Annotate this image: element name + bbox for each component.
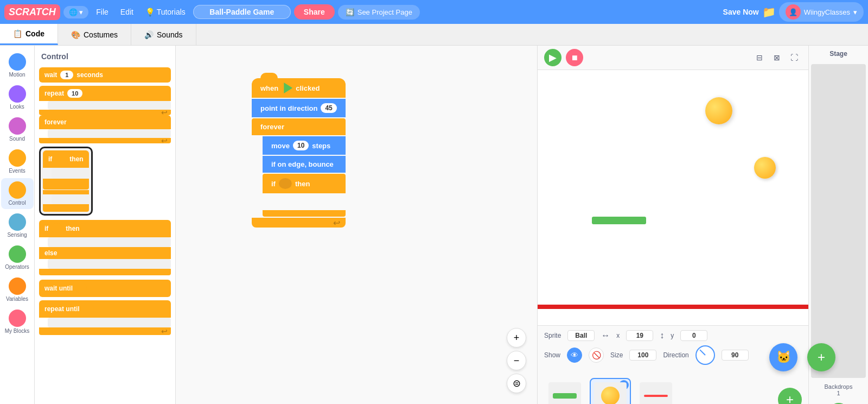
scratch-logo[interactable]: SCRATCH bbox=[4, 4, 60, 20]
repeat-until-slot bbox=[83, 304, 94, 314]
stage-canvas bbox=[538, 70, 808, 325]
sidebar-item-sound[interactable]: Sound bbox=[1, 114, 34, 145]
add-sprite-button[interactable]: + bbox=[778, 388, 802, 404]
stage-resize-buttons: ⊟ ⊠ ⛶ bbox=[752, 50, 802, 65]
if-inner bbox=[271, 193, 346, 210]
share-button[interactable]: Share bbox=[294, 4, 335, 20]
forever-slot bbox=[48, 129, 171, 138]
sprite-thumb-ball[interactable]: ✕ Ball bbox=[590, 378, 631, 404]
top-navigation: SCRATCH 🌐 ▾ File Edit 💡 Tutorials Share … bbox=[0, 0, 868, 24]
green-flag-icon bbox=[282, 83, 292, 93]
repeat-block-container: repeat 10 ↩ bbox=[39, 86, 171, 115]
folder-button[interactable]: 📁 bbox=[762, 5, 776, 18]
forever-end: ↩ bbox=[39, 138, 171, 143]
show-visible-button[interactable]: 👁 bbox=[567, 348, 582, 363]
sidebar-item-events[interactable]: Events bbox=[1, 146, 34, 177]
ball-thumb bbox=[601, 387, 620, 404]
zoom-reset-button[interactable]: ⊜ bbox=[507, 374, 526, 393]
sensing-circle bbox=[9, 213, 26, 231]
sound-circle bbox=[9, 117, 26, 135]
small-stage-button[interactable]: ⊟ bbox=[752, 50, 767, 65]
motion-circle bbox=[9, 53, 26, 71]
direction-control[interactable] bbox=[695, 345, 715, 365]
sub-tabs: 📋 Code 🎨 Costumes 🔊 Sounds bbox=[0, 24, 868, 46]
x-arrow-icon: ↔ bbox=[601, 331, 610, 340]
wait-block[interactable]: wait 1 seconds bbox=[39, 67, 171, 83]
stage-thumbnail[interactable] bbox=[811, 64, 866, 378]
ball-sprite-stage-top bbox=[705, 97, 732, 124]
if-then-script: if then bbox=[263, 174, 346, 217]
sidebar-item-looks[interactable]: Looks bbox=[1, 82, 34, 113]
sprite-info-row: Sprite Ball ↔ x 19 ↕ y 0 bbox=[544, 330, 802, 341]
project-name-input[interactable] bbox=[193, 5, 291, 19]
stage-area: ▶ ⏹ ⊟ ⊠ ⛶ bbox=[537, 46, 808, 404]
script-area[interactable]: when clicked point in direction 45 forev… bbox=[176, 46, 537, 404]
sound-icon-tab: 🔊 bbox=[144, 30, 154, 39]
condition-slot-else bbox=[52, 223, 62, 234]
sidebar-item-motion[interactable]: Motion bbox=[1, 50, 34, 81]
sidebar-item-sensing[interactable]: Sensing bbox=[1, 210, 34, 241]
add-extension-button[interactable]: + bbox=[807, 343, 835, 371]
forever-block[interactable]: forever bbox=[39, 115, 171, 129]
sidebar-item-myblocks[interactable]: My Blocks bbox=[1, 306, 34, 337]
blocks-panel-header: Control bbox=[39, 50, 171, 63]
if-else-block[interactable]: if then bbox=[39, 220, 171, 237]
paddle-sprite-stage bbox=[592, 217, 646, 224]
sprite-thumb-line[interactable]: Line bbox=[635, 378, 676, 404]
fullscreen-button[interactable]: ⛶ bbox=[787, 50, 802, 65]
tab-sounds[interactable]: 🔊 Sounds bbox=[131, 24, 196, 45]
sidebar-item-control[interactable]: Control bbox=[1, 178, 34, 209]
repeat-until-block[interactable]: repeat until bbox=[39, 300, 171, 318]
if-then-arm2 bbox=[43, 190, 89, 194]
category-sidebar: Motion Looks Sound Events Control Sensin… bbox=[0, 46, 35, 404]
if-then-end bbox=[43, 179, 89, 190]
tab-code[interactable]: 📋 Code bbox=[0, 24, 58, 45]
line-thumb bbox=[644, 395, 668, 397]
green-flag-stage-button[interactable]: ▶ bbox=[544, 49, 561, 66]
wait-until-slot bbox=[76, 283, 87, 294]
point-direction-block[interactable]: point in direction 45 bbox=[252, 99, 346, 117]
language-button[interactable]: 🌐 ▾ bbox=[63, 6, 89, 18]
bounce-block[interactable]: if on edge, bounce bbox=[263, 156, 346, 173]
stop-button[interactable]: ⏹ bbox=[566, 49, 583, 66]
tab-costumes[interactable]: 🎨 Costumes bbox=[58, 24, 131, 45]
else-label: else bbox=[39, 247, 171, 259]
if-else-end bbox=[39, 269, 171, 275]
chat-button[interactable]: 🐱 bbox=[769, 343, 797, 371]
repeat-until-container: repeat until ↩ bbox=[39, 300, 171, 335]
move-block[interactable]: move 10 steps bbox=[263, 136, 346, 155]
if-then-highlighted: if then bbox=[39, 147, 93, 216]
if-then-block[interactable]: if then bbox=[43, 150, 89, 168]
repeat-until-inner bbox=[48, 318, 171, 327]
operators-circle bbox=[9, 245, 26, 263]
code-icon: 📋 bbox=[13, 29, 22, 38]
show-hidden-button[interactable]: 🚫 bbox=[589, 348, 604, 363]
stage-view bbox=[538, 70, 808, 325]
sprite-thumb-paddle[interactable]: Paddle bbox=[544, 378, 585, 404]
direction-line bbox=[699, 349, 705, 355]
zoom-out-button[interactable]: − bbox=[507, 351, 526, 370]
see-project-button[interactable]: 🔄 See Project Page bbox=[338, 5, 420, 20]
wait-until-block[interactable]: wait until bbox=[39, 280, 171, 297]
myblocks-circle bbox=[9, 310, 26, 327]
sidebar-item-variables[interactable]: Variables bbox=[1, 274, 34, 305]
if-then-slot bbox=[52, 168, 89, 179]
y-arrow-icon: ↕ bbox=[660, 331, 664, 340]
if-end bbox=[263, 210, 346, 217]
costume-icon: 🎨 bbox=[71, 30, 80, 39]
repeat-block[interactable]: repeat 10 bbox=[39, 86, 171, 101]
tutorials-button[interactable]: 💡 Tutorials bbox=[141, 5, 190, 18]
file-menu[interactable]: File bbox=[92, 5, 113, 18]
ball-sprite-stage-main bbox=[754, 157, 776, 179]
repeat-slot bbox=[48, 101, 171, 110]
user-menu[interactable]: 👤 WiingyClasses ▾ bbox=[779, 2, 864, 22]
sidebar-item-operators[interactable]: Operators bbox=[1, 242, 34, 273]
zoom-in-button[interactable]: + bbox=[507, 328, 526, 348]
forever-inner: move 10 steps if on edge, bounce if then bbox=[263, 136, 346, 217]
events-circle bbox=[9, 149, 26, 167]
save-now-button[interactable]: Save Now bbox=[723, 8, 759, 16]
edit-menu[interactable]: Edit bbox=[116, 5, 138, 18]
line-sprite-stage bbox=[538, 305, 808, 309]
normal-stage-button[interactable]: ⊠ bbox=[769, 50, 784, 65]
when-flag-block[interactable]: when clicked bbox=[252, 78, 346, 98]
